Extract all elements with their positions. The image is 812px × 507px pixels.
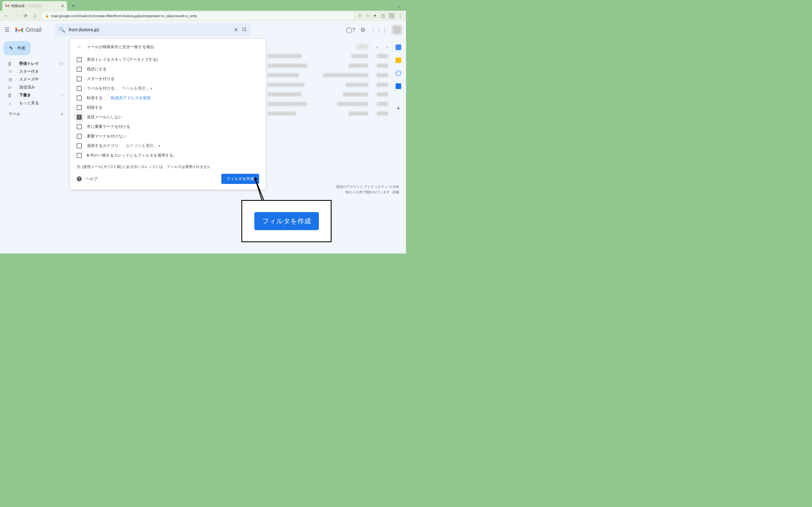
lock-icon: 🔒 bbox=[45, 14, 49, 18]
filter-option-always-important[interactable]: 常に重要マークを付ける bbox=[77, 122, 259, 131]
clear-search-icon[interactable]: ✕ bbox=[234, 27, 238, 33]
search-bar[interactable]: 🔍 ✕ bbox=[55, 23, 251, 36]
clock-icon: ◷ bbox=[8, 77, 14, 82]
tabstrip-chevron-icon[interactable]: ⌄ bbox=[397, 4, 400, 8]
sidepanel-icon[interactable]: ◫ bbox=[381, 13, 385, 18]
open-elsewhere-line[interactable]: 他の 1 か所で開かれています · 詳細 bbox=[336, 189, 399, 195]
gmail-header: ☰ Gmail 🔍 ✕ ◯? ⚙ ⋮⋮⋮ bbox=[0, 21, 406, 39]
checkbox-checked-icon[interactable] bbox=[77, 115, 82, 120]
inbox-count-blur: xx bbox=[59, 62, 63, 66]
sidebar-item-sent[interactable]: ▷ 送信済み bbox=[2, 83, 68, 91]
tab-title-blur: xxxxxxxx bbox=[29, 4, 42, 8]
account-avatar[interactable] bbox=[393, 25, 402, 34]
category-select[interactable]: カテゴリを選択...▼ bbox=[126, 144, 161, 149]
filter-option-delete[interactable]: 削除する bbox=[77, 103, 259, 112]
sidebar-item-snoozed[interactable]: ◷ スヌーズ中 bbox=[2, 75, 68, 83]
filter-option-never-important[interactable]: 重要マークを付けない bbox=[77, 131, 259, 141]
add-label-icon[interactable]: + bbox=[61, 112, 63, 116]
close-tab-icon[interactable]: ✕ bbox=[61, 4, 64, 8]
gmail-wordmark: Gmail bbox=[26, 26, 42, 34]
support-icon[interactable]: ◯? bbox=[346, 26, 355, 33]
sidebar-label: もっと見る bbox=[19, 101, 39, 106]
mail-row-blur bbox=[268, 102, 388, 106]
draft-icon: ▯ bbox=[8, 93, 14, 98]
mail-row-blur bbox=[268, 112, 388, 115]
extensions-icon[interactable]: ✦ bbox=[373, 13, 377, 18]
sidebar-label: 下書き bbox=[19, 93, 31, 98]
help-link[interactable]: ヘルプ bbox=[86, 176, 98, 181]
filter-option-not-spam[interactable]: 迷惑メールにしない bbox=[77, 112, 259, 122]
search-options-icon[interactable] bbox=[241, 26, 247, 34]
url-text: mail.google.com/mail/u/1/#create-filter/… bbox=[51, 14, 197, 18]
browser-tabstrip: 検索結果 - xxxxxxxx ✕ + ⌄ bbox=[0, 0, 406, 11]
send-icon: ▷ bbox=[8, 85, 14, 90]
gmail-favicon bbox=[5, 4, 10, 8]
filter-option-mark-read[interactable]: 既読にする bbox=[77, 64, 259, 74]
sidebar-label: 送信済み bbox=[19, 85, 35, 90]
chevron-down-icon: ⌄ bbox=[8, 101, 14, 106]
back-icon[interactable]: ← bbox=[3, 13, 9, 18]
forward-icon: → bbox=[13, 13, 18, 18]
main-menu-icon[interactable]: ☰ bbox=[4, 26, 11, 33]
compose-label: 作成 bbox=[17, 46, 25, 51]
filter-option-forward[interactable]: 転送する転送先アドレスを追加 bbox=[77, 93, 259, 103]
sidebar-item-inbox[interactable]: ▯ 受信トレイ xx bbox=[2, 60, 68, 68]
pencil-icon: ✎ bbox=[9, 45, 13, 51]
mail-row-blur bbox=[268, 64, 388, 68]
share-icon[interactable]: ⇧ bbox=[358, 13, 362, 18]
right-side-panel: + bbox=[391, 39, 406, 112]
mail-row-blur bbox=[268, 93, 388, 96]
search-icon[interactable]: 🔍 bbox=[59, 27, 65, 33]
inbox-icon: ▯ bbox=[8, 61, 14, 66]
drafts-count-blur: x bbox=[61, 93, 63, 97]
contacts-icon[interactable] bbox=[396, 83, 401, 89]
filter-option-apply-existing[interactable]: 6 件の一致するスレッドにもフィルタを適用する。 bbox=[77, 151, 259, 160]
filter-note: 注: [迷惑メール] や [ゴミ箱] にある古いスレッドには、フィルタは適用され… bbox=[77, 164, 259, 169]
filter-option-categorize[interactable]: 適用するカテゴリ:カテゴリを選択...▼ bbox=[77, 141, 259, 151]
apps-icon[interactable]: ⋮⋮⋮ bbox=[370, 26, 388, 33]
callout-create-filter-button: フィルタを作成 bbox=[254, 212, 319, 230]
sidebar-item-more[interactable]: ⌄ もっと見る bbox=[2, 99, 68, 107]
filter-panel-title: メールが検索条件と完全一致する場合: bbox=[87, 45, 155, 50]
filter-creation-panel: ← メールが検索条件と完全一致する場合: 受信トレイをスキップ (アーカイブする… bbox=[70, 39, 266, 189]
mail-row-blur: ‹› bbox=[268, 45, 388, 50]
filter-option-apply-label[interactable]: ラベルを付ける:ラベルを選択...▼ bbox=[77, 83, 259, 93]
keep-icon[interactable] bbox=[396, 57, 401, 63]
mail-row-blur bbox=[268, 83, 388, 87]
sidebar-item-starred[interactable]: ☆ スター付き bbox=[2, 68, 68, 75]
sidebar-label: スター付き bbox=[19, 69, 39, 74]
compose-button[interactable]: ✎ 作成 bbox=[3, 41, 31, 55]
mail-row-blur bbox=[268, 54, 388, 58]
browser-menu-icon[interactable]: ⋮ bbox=[398, 13, 403, 18]
mail-row-blur bbox=[268, 73, 388, 77]
labels-header: ラベル + bbox=[2, 107, 68, 118]
sidebar-label: スヌーズ中 bbox=[19, 77, 39, 82]
activity-line: 前回のアカウント アクティビティ: 0 分前 bbox=[336, 184, 399, 189]
label-select[interactable]: ラベルを選択...▼ bbox=[122, 86, 153, 91]
reload-icon[interactable]: ⟳ bbox=[22, 13, 28, 18]
tasks-icon[interactable] bbox=[396, 70, 401, 76]
profile-icon[interactable] bbox=[389, 13, 395, 18]
help-icon[interactable]: ? bbox=[77, 176, 82, 181]
gmail-m-icon bbox=[15, 26, 24, 33]
new-tab-button[interactable]: + bbox=[69, 2, 77, 10]
callout-box: フィルタを作成 bbox=[241, 200, 332, 242]
account-activity-footer: 前回のアカウント アクティビティ: 0 分前 他の 1 か所で開かれています ·… bbox=[336, 184, 399, 195]
tab-title: 検索結果 - bbox=[11, 4, 27, 8]
search-input[interactable] bbox=[68, 27, 231, 33]
sidebar-item-drafts[interactable]: ▯ 下書き x bbox=[2, 91, 68, 99]
calendar-icon[interactable] bbox=[396, 45, 401, 50]
labels-title: ラベル bbox=[8, 112, 20, 117]
home-icon[interactable]: ⌂ bbox=[32, 13, 38, 18]
add-addon-icon[interactable]: + bbox=[397, 105, 400, 112]
settings-icon[interactable]: ⚙ bbox=[360, 26, 365, 33]
sidebar: ✎ 作成 ▯ 受信トレイ xx ☆ スター付き ◷ スヌーズ中 ▷ 送信済み ▯… bbox=[0, 39, 70, 120]
bookmark-icon[interactable]: ☆ bbox=[366, 13, 369, 18]
filter-option-star[interactable]: スターを付ける bbox=[77, 74, 259, 83]
url-field[interactable]: 🔒 mail.google.com/mail/u/1/#create-filte… bbox=[42, 12, 354, 20]
filter-option-skip-inbox[interactable]: 受信トレイをスキップ (アーカイブする) bbox=[77, 55, 259, 64]
browser-tab[interactable]: 検索結果 - xxxxxxxx ✕ bbox=[2, 1, 67, 11]
back-arrow-icon[interactable]: ← bbox=[77, 44, 82, 50]
gmail-logo[interactable]: Gmail bbox=[15, 26, 42, 34]
add-forward-address-link[interactable]: 転送先アドレスを追加 bbox=[111, 96, 151, 101]
